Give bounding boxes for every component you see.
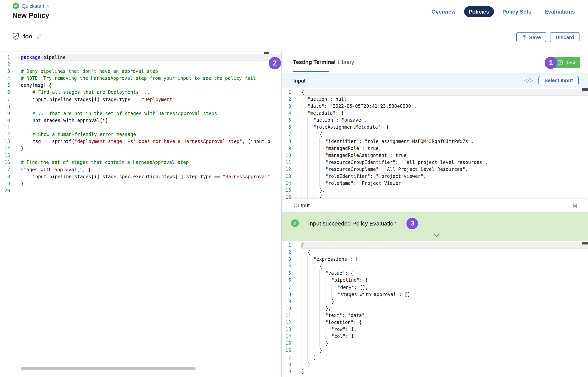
line-number: 1 [282, 242, 291, 249]
indent-guide [314, 152, 319, 159]
indent-guide [314, 284, 319, 291]
left-editor-scroll-thumb[interactable] [264, 52, 269, 54]
indent-guide [307, 152, 314, 159]
output-editor-scroll-thumb[interactable] [582, 242, 588, 245]
line-number: 15 [282, 340, 291, 347]
indent-guide [314, 277, 319, 284]
indent-guide [307, 347, 314, 354]
indent-guide [302, 340, 307, 347]
indent-guide [319, 180, 326, 187]
line-number: 13 [0, 138, 10, 145]
trash-icon[interactable] [572, 202, 578, 209]
indent-guide [319, 159, 326, 166]
indent-guide [302, 298, 307, 305]
edit-policy-name-icon[interactable] [37, 33, 42, 39]
select-input-button[interactable]: Select Input [539, 76, 579, 85]
indent-guide [302, 319, 307, 326]
indent-guide [302, 312, 307, 319]
nav-policy-sets[interactable]: Policy Sets [498, 6, 536, 17]
indent-guide [302, 305, 307, 312]
code-line: 18} [282, 361, 588, 368]
code-line: 14} [0, 145, 282, 152]
input-json-editor[interactable]: 1{2"action": null,3"date": "2022-05-05T2… [282, 88, 588, 200]
indent-guide [319, 305, 326, 312]
indent-guide [21, 103, 33, 110]
line-number: 9 [0, 110, 10, 117]
code-line: 12"location": { [282, 319, 588, 326]
discard-button[interactable]: Discard [550, 32, 579, 42]
line-number: 14 [0, 145, 10, 152]
nav-overview[interactable]: Overview [427, 6, 460, 17]
indent-guide [331, 291, 337, 298]
indent-guide [319, 284, 326, 291]
line-number: 13 [282, 326, 291, 333]
tab-library[interactable]: Library [338, 52, 354, 72]
indent-guide [307, 333, 314, 340]
code-line: 9# ... that are not in the set of stages… [0, 110, 282, 117]
code-line: 5"value": { [282, 270, 588, 277]
line-number: 11 [282, 159, 291, 166]
indent-guide [302, 284, 307, 291]
indent-guide [314, 305, 319, 312]
code-line: 20 [0, 187, 282, 194]
indent-guide [302, 124, 307, 131]
code-line: 15 [0, 152, 282, 159]
nav-policies[interactable]: Policies [464, 6, 494, 17]
line-number: 2 [282, 249, 291, 256]
input-editor-scroll-thumb[interactable] [582, 88, 588, 91]
save-button[interactable]: Save [516, 32, 546, 42]
tab-testing-terminal[interactable]: Testing Terminal [293, 52, 336, 72]
input-label: Input [294, 77, 305, 83]
indent-guide [314, 166, 319, 173]
indent-guide [307, 326, 314, 333]
code-line: 19} [0, 180, 282, 187]
line-number: 18 [0, 173, 10, 180]
code-line: 8"stages_with_approval": [] [282, 291, 588, 298]
indent-guide [314, 263, 319, 270]
line-number: 3 [0, 68, 10, 75]
indent-guide [307, 340, 314, 347]
code-line: 10"managedRoleAssignment": true, [282, 152, 588, 159]
indent-guide [314, 326, 319, 333]
line-number: 7 [0, 96, 10, 103]
indent-guide [302, 354, 307, 361]
output-label: Output [294, 202, 310, 209]
indent-guide [319, 319, 326, 326]
indent-guide [302, 159, 307, 166]
line-number: 16 [0, 159, 10, 166]
indent-guide [326, 277, 332, 284]
indent-guide [307, 180, 314, 187]
indent-guide [302, 361, 307, 368]
line-number: 14 [282, 180, 291, 187]
indent-guide [319, 312, 326, 319]
collapse-chevron-icon[interactable] [434, 233, 440, 237]
indent-guide [307, 298, 314, 305]
horizontal-scrollbar[interactable] [21, 367, 195, 370]
line-number: 9 [282, 298, 291, 305]
indent-guide [302, 270, 307, 277]
indent-guide [21, 117, 33, 124]
indent-guide [307, 256, 314, 263]
indent-guide [302, 249, 307, 256]
breadcrumb-project-link[interactable]: Quickstart [22, 3, 44, 9]
code-line: 12# Show a human-friendly error message [0, 131, 282, 138]
code-view-icon[interactable]: </> [524, 78, 533, 83]
nav-evaluations[interactable]: Evaluations [540, 6, 579, 17]
indent-guide [302, 145, 307, 152]
code-line: 6# Find all stages that are Deployments … [0, 89, 282, 96]
code-line: 11 [0, 124, 282, 131]
code-line: 2{ [282, 249, 588, 256]
indent-guide [21, 138, 33, 145]
code-line: 6"roleAssignmentMetadata": [ [282, 124, 588, 131]
breadcrumb-chevron-icon: › [47, 3, 49, 9]
line-number: 7 [282, 284, 291, 291]
top-nav: Overview Policies Policy Sets Evaluation… [427, 6, 579, 17]
output-json-editor[interactable]: 1[2{3"expressions": [4{5"value": {6"pipe… [282, 241, 588, 377]
line-number: 5 [0, 82, 10, 89]
line-number: 5 [282, 270, 291, 277]
line-number: 6 [282, 277, 291, 284]
line-number: 8 [0, 103, 10, 110]
code-line: 11"resourceGroupIdentifier": "_all_proje… [282, 159, 588, 166]
policy-shield-icon [12, 33, 19, 40]
policy-code-editor[interactable]: 1package pipeline23# Deny pipelines that… [0, 52, 282, 377]
